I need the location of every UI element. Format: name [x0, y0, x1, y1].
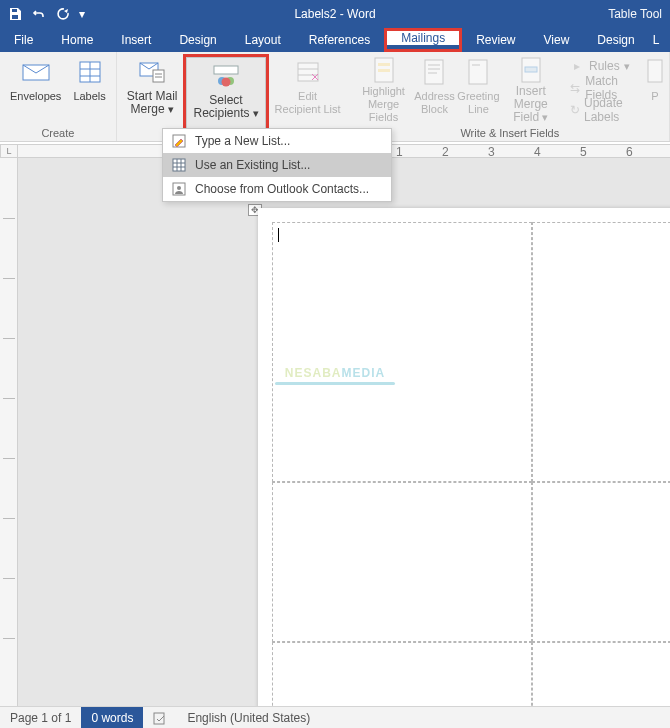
type-new-icon [171, 133, 187, 149]
tab-references[interactable]: References [295, 28, 384, 52]
select-recipients-dropdown: Type a New List... Use an Existing List.… [162, 128, 392, 202]
status-proofing-icon[interactable] [143, 707, 177, 728]
envelope-icon [22, 56, 50, 88]
status-bar: Page 1 of 1 0 words English (United Stat… [0, 706, 670, 728]
tab-file[interactable]: File [0, 28, 47, 52]
svg-rect-24 [469, 60, 487, 84]
tab-design-context[interactable]: Design [583, 28, 648, 52]
preview-icon [647, 56, 663, 88]
context-tab-label: Table Tool [608, 7, 670, 21]
address-block-icon [423, 56, 445, 88]
svg-rect-10 [214, 66, 238, 74]
svg-rect-14 [298, 63, 318, 81]
status-page[interactable]: Page 1 of 1 [0, 707, 81, 728]
status-language[interactable]: English (United States) [177, 707, 320, 728]
envelopes-button[interactable]: Envelopes [4, 54, 67, 126]
tab-review[interactable]: Review [462, 28, 529, 52]
window-title: Labels2 - Word [294, 7, 375, 21]
outlook-contacts-icon [171, 181, 187, 197]
tab-layout-context[interactable]: L [649, 28, 664, 52]
table-cell[interactable] [532, 482, 670, 642]
svg-rect-0 [12, 15, 18, 19]
svg-rect-19 [378, 69, 390, 72]
table-cell[interactable] [532, 642, 670, 706]
insert-merge-field-button: Insert Merge Field ▾ [500, 54, 561, 126]
table-cell[interactable] [272, 642, 532, 706]
highlight-merge-fields-button: Highlight Merge Fields [355, 54, 413, 126]
edit-list-icon [296, 56, 320, 88]
match-icon: ⇆ [569, 80, 581, 96]
tab-design[interactable]: Design [165, 28, 230, 52]
labels-icon [78, 56, 102, 88]
svg-point-36 [177, 186, 181, 190]
svg-rect-18 [378, 63, 390, 66]
highlight-select-recipients: Select Recipients ▾ [183, 54, 268, 132]
qat-customize-icon[interactable]: ▾ [76, 3, 88, 25]
label-table [272, 222, 670, 706]
tab-mailings[interactable]: Mailings [387, 31, 459, 45]
table-cell[interactable] [272, 222, 532, 482]
mail-merge-icon [139, 56, 165, 88]
labels-button[interactable]: Labels [67, 54, 111, 126]
rules-button: ▸Rules ▾ [565, 56, 641, 76]
ruler-corner: L [0, 144, 18, 158]
tab-insert[interactable]: Insert [107, 28, 165, 52]
tab-view[interactable]: View [530, 28, 584, 52]
start-mail-merge-button[interactable]: Start Mail Merge ▾ [121, 54, 184, 126]
svg-point-13 [222, 78, 231, 87]
group-write-insert: Highlight Merge Fields Address Block Gre… [351, 52, 670, 141]
title-bar: ▾ Labels2 - Word Table Tool [0, 0, 670, 28]
rules-icon: ▸ [569, 58, 585, 74]
page[interactable] [258, 208, 670, 706]
svg-rect-27 [525, 67, 537, 72]
svg-rect-37 [154, 713, 164, 724]
match-fields-button: ⇆Match Fields [565, 78, 641, 98]
undo-icon[interactable] [28, 3, 50, 25]
greeting-icon [467, 56, 489, 88]
address-block-button: Address Block [412, 54, 456, 126]
svg-rect-30 [173, 159, 185, 171]
quick-access-toolbar: ▾ [0, 3, 92, 25]
update-icon: ↻ [569, 102, 580, 118]
svg-rect-28 [648, 60, 662, 82]
svg-rect-20 [425, 60, 443, 84]
document-area[interactable]: ✥ [18, 158, 670, 706]
existing-list-icon [171, 157, 187, 173]
svg-rect-7 [153, 70, 164, 82]
dropdown-outlook-contacts[interactable]: Choose from Outlook Contacts... [163, 177, 391, 201]
tab-layout[interactable]: Layout [231, 28, 295, 52]
greeting-line-button: Greeting Line [456, 54, 500, 126]
save-icon[interactable] [4, 3, 26, 25]
preview-results-button: P [645, 54, 665, 126]
status-words[interactable]: 0 words [81, 707, 143, 728]
update-labels-button: ↻Update Labels [565, 100, 641, 120]
table-cell[interactable] [272, 482, 532, 642]
table-cell[interactable] [532, 222, 670, 482]
edit-recipient-list-button: Edit Recipient List [269, 54, 347, 126]
recipients-icon [212, 60, 240, 92]
highlight-mailings-tab: Mailings [384, 28, 462, 52]
highlight-fields-icon [373, 56, 395, 83]
select-recipients-button[interactable]: Select Recipients ▾ [186, 57, 265, 129]
redo-icon[interactable] [52, 3, 74, 25]
dropdown-type-new-list[interactable]: Type a New List... [163, 129, 391, 153]
dropdown-use-existing-list[interactable]: Use an Existing List... [163, 153, 391, 177]
write-small-buttons: ▸Rules ▾ ⇆Match Fields ↻Update Labels [561, 54, 645, 122]
insert-field-icon [520, 56, 542, 83]
tab-home[interactable]: Home [47, 28, 107, 52]
ribbon-tabs: File Home Insert Design Layout Reference… [0, 28, 670, 52]
group-create: Envelopes Labels Create [0, 52, 117, 141]
vertical-ruler[interactable] [0, 158, 18, 706]
